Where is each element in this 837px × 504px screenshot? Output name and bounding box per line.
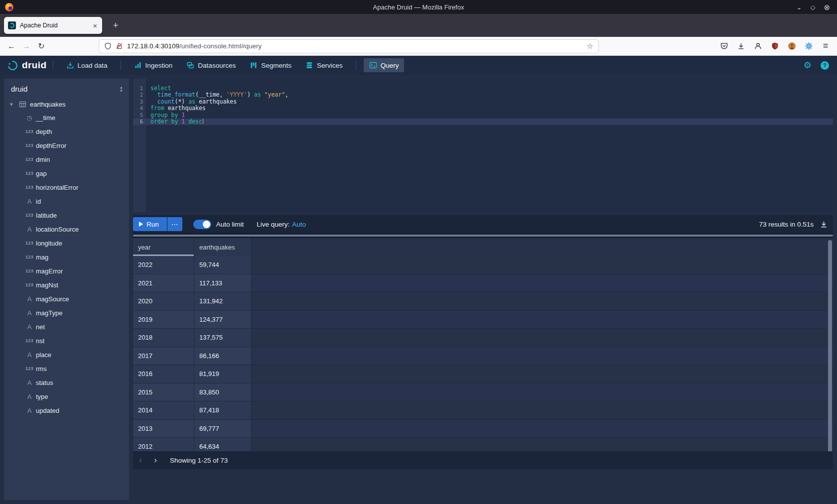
schema-column-latitude[interactable]: 123latitude: [4, 208, 129, 222]
auto-limit-toggle[interactable]: [193, 220, 211, 229]
schema-column-id[interactable]: Aid: [4, 194, 129, 208]
editor-code[interactable]: select time_format(__time, 'YYYY') as "y…: [146, 79, 833, 212]
schema-column-magNst[interactable]: 123magNst: [4, 278, 129, 292]
window-close-button[interactable]: ⊗: [824, 3, 830, 11]
datasource-name: earthquakes: [30, 101, 66, 108]
table-row[interactable]: 201681,919: [133, 365, 833, 383]
schema-column-magSource[interactable]: AmagSource: [4, 292, 129, 306]
download-results-icon[interactable]: [820, 220, 828, 229]
downloads-icon[interactable]: [736, 42, 745, 51]
pagination-label: Showing 1-25 of 73: [170, 457, 228, 464]
datasource-selector[interactable]: druid: [11, 85, 27, 93]
column-header-earthquakes[interactable]: earthquakes: [194, 238, 252, 256]
schema-column-rms[interactable]: 123rms: [4, 362, 129, 376]
run-more-button[interactable]: ⋯: [167, 217, 182, 231]
schema-column-magError[interactable]: 123magError: [4, 264, 129, 278]
settings-gear-icon[interactable]: ⚙: [804, 60, 812, 71]
double-caret-icon[interactable]: ▴▾: [120, 86, 122, 93]
window-maximize-button[interactable]: ◇: [810, 4, 815, 10]
schema-column-nst[interactable]: 123nst: [4, 334, 129, 348]
run-bar: Run ⋯ Auto limit Live query:Auto 73 resu…: [133, 215, 833, 233]
results-body: 202259,7442021117,1332020131,9422019124,…: [133, 256, 833, 451]
nav-item-services[interactable]: Services: [300, 58, 348, 72]
table-row[interactable]: 201487,418: [133, 401, 833, 420]
column-name: longitude: [36, 240, 62, 247]
schema-column-updated[interactable]: Aupdated: [4, 403, 129, 417]
number-type-icon: 123: [23, 338, 36, 343]
datasource-node-earthquakes[interactable]: ▾ earthquakes: [4, 98, 129, 111]
url-text[interactable]: 172.18.0.4:30109/unified-console.html#qu…: [127, 42, 583, 50]
nav-item-datasources[interactable]: Datasources: [181, 58, 241, 72]
live-query-auto-link[interactable]: Auto: [292, 221, 306, 228]
schema-column-place[interactable]: Aplace: [4, 348, 129, 362]
column-header-year[interactable]: year: [133, 238, 194, 256]
new-tab-button[interactable]: +: [109, 19, 122, 32]
schema-column-horizontalError[interactable]: 123horizontalError: [4, 180, 129, 194]
schema-column-mag[interactable]: 123mag: [4, 250, 129, 264]
schema-column-__time[interactable]: ◷__time: [4, 111, 129, 125]
cell: 2020: [133, 292, 194, 311]
bookmark-star-icon[interactable]: ☆: [587, 42, 593, 51]
browser-tab[interactable]: Apache Druid ×: [4, 17, 102, 34]
string-type-icon: A: [23, 323, 36, 331]
menu-icon[interactable]: ≡: [821, 42, 830, 51]
schema-column-depth[interactable]: 123depth: [4, 125, 129, 138]
run-button[interactable]: Run: [133, 217, 167, 231]
schema-column-longitude[interactable]: 123longitude: [4, 236, 129, 250]
firefox-window: Apache Druid — Mozilla Firefox ⌄ ◇ ⊗ Apa…: [0, 0, 837, 504]
profile-icon[interactable]: [787, 42, 796, 51]
query-editor[interactable]: 123456 select time_format(__time, 'YYYY'…: [133, 79, 833, 212]
column-name: locationSource: [36, 226, 79, 233]
schema-column-type[interactable]: Atype: [4, 389, 129, 403]
forward-button[interactable]: →: [19, 42, 34, 51]
schema-column-depthError[interactable]: 123depthError: [4, 138, 129, 152]
code-line: order by 1 desc: [146, 119, 833, 125]
reload-button[interactable]: ↻: [34, 41, 49, 51]
next-page-button[interactable]: ›: [148, 455, 163, 465]
nav-item-ingestion[interactable]: Ingestion: [129, 58, 178, 72]
nav-separator: [356, 60, 356, 70]
table-row[interactable]: 2021117,133: [133, 274, 833, 293]
table-row[interactable]: 201264,634: [133, 438, 833, 451]
back-button[interactable]: ←: [4, 42, 19, 51]
schema-column-locationSource[interactable]: AlocationSource: [4, 222, 129, 236]
url-bar[interactable]: 172.18.0.4:30109/unified-console.html#qu…: [99, 39, 599, 53]
horizontal-scroll-track: [133, 233, 833, 238]
nav-item-segments[interactable]: Segments: [244, 58, 297, 72]
services-icon: [305, 61, 313, 69]
table-row[interactable]: 2020131,942: [133, 292, 833, 311]
tab-close-icon[interactable]: ×: [92, 21, 98, 30]
schema-column-gap[interactable]: 123gap: [4, 166, 129, 180]
schema-column-magType[interactable]: AmagType: [4, 306, 129, 320]
ublock-icon[interactable]: [770, 42, 779, 51]
window-minimize-button[interactable]: ⌄: [797, 4, 802, 10]
table-row[interactable]: 201369,777: [133, 420, 833, 438]
table-row[interactable]: 2019124,377: [133, 311, 833, 329]
schema-column-status[interactable]: Astatus: [4, 376, 129, 389]
schema-column-net[interactable]: Anet: [4, 320, 129, 334]
table-row[interactable]: 201786,166: [133, 347, 833, 366]
nav-item-load-data[interactable]: Load data: [61, 58, 113, 72]
shield-icon[interactable]: [104, 42, 112, 50]
table-row[interactable]: 2018137,575: [133, 329, 833, 347]
account-icon[interactable]: [753, 42, 762, 51]
pocket-icon[interactable]: [719, 42, 728, 51]
nav-item-label: Datasources: [198, 62, 236, 69]
schema-column-dmin[interactable]: 123dmin: [4, 152, 129, 166]
help-icon[interactable]: ?: [821, 61, 829, 70]
number-type-icon: 123: [23, 171, 36, 176]
insecure-lock-icon[interactable]: [116, 42, 123, 50]
druid-logo[interactable]: druid: [7, 60, 47, 71]
nav-item-label: Query: [381, 62, 399, 69]
nav-item-query[interactable]: Query: [364, 58, 405, 72]
table-row[interactable]: 202259,744: [133, 256, 833, 274]
vertical-scrollbar[interactable]: [828, 240, 832, 468]
column-name: nst: [36, 337, 44, 345]
horizontal-scrollbar[interactable]: [133, 235, 833, 237]
druid-swirl-icon: [7, 60, 18, 71]
table-row[interactable]: 201583,850: [133, 383, 833, 402]
column-name: latitude: [36, 212, 57, 219]
prev-page-button[interactable]: ‹: [133, 455, 148, 465]
extension-icon[interactable]: [804, 42, 813, 51]
query-view: 123456 select time_format(__time, 'YYYY'…: [133, 79, 833, 504]
